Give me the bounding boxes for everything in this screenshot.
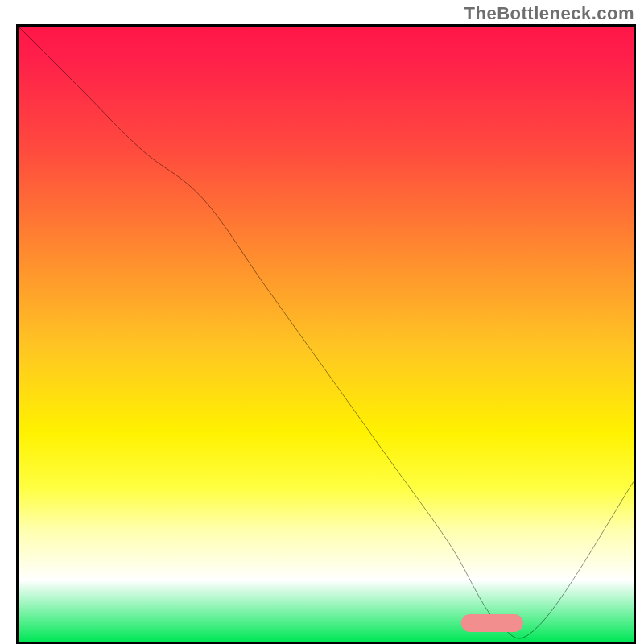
chart-curve-path <box>19 27 634 638</box>
chart-area <box>16 24 636 644</box>
marker-pill <box>461 614 522 632</box>
chart-line <box>19 27 634 642</box>
watermark-text: TheBottleneck.com <box>464 3 634 24</box>
